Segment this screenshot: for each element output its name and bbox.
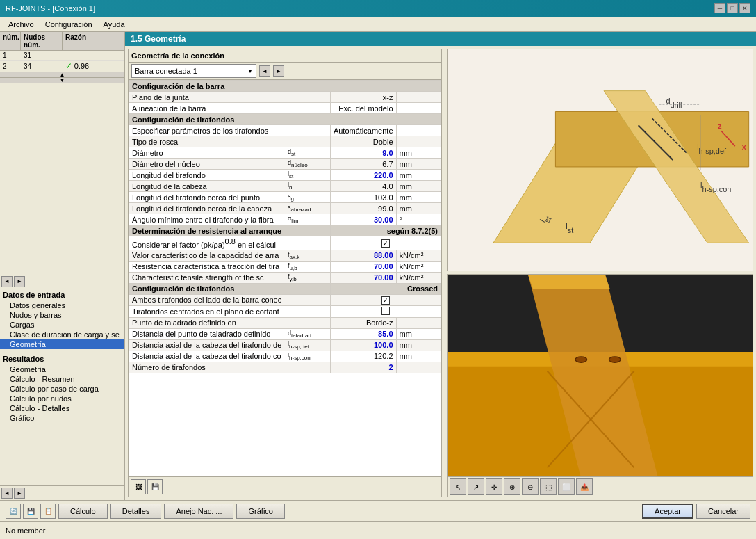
scroll-down[interactable]: ▼ <box>0 78 124 83</box>
nav-arrows: ◄ ► <box>0 275 124 289</box>
connection-bar: Geometría de la conexión <box>129 49 441 63</box>
sidebar-item-clase-duracion[interactable]: Clase de duración de carga y se <box>0 330 124 339</box>
row-longitud-cerca-punto: Longitud del tirafondo cerca del punto s… <box>129 192 441 203</box>
scroll-area: ▼ <box>0 78 124 275</box>
row-valor-caracteristico[interactable]: Valor característico de la capacidad de … <box>129 250 441 261</box>
left-panel: núm. Nudos núm. Razón 1 31 2 34 ✓ 0.96 ▲… <box>0 32 125 500</box>
menu-configuracion[interactable]: Configuración <box>40 19 98 30</box>
sidebar-item-geometria[interactable]: Geometría <box>0 339 124 349</box>
sidebar-item-calculo-nudos[interactable]: Cálculo por nudos <box>0 394 124 403</box>
sidebar-item-cargas[interactable]: Cargas <box>0 320 124 330</box>
title-bar-controls: ─ □ ✕ <box>714 3 750 13</box>
diagram-svg: ddrill lst lh-sp,def lh-sp,con lst <box>448 49 753 271</box>
toolbar-icon-btn1[interactable]: 🔄 <box>6 504 21 519</box>
toolbar-icon-btn2[interactable]: 💾 <box>23 504 38 519</box>
status-text: No member <box>6 526 45 535</box>
row-characteristic-tensile[interactable]: Characteristic tensile strength of the s… <box>129 272 441 283</box>
left-toolbar-btns: 🔄 💾 📋 <box>6 504 56 519</box>
svg-point-22 <box>609 357 621 362</box>
sidebar-item-datos-generales[interactable]: Datos generales <box>0 300 124 310</box>
tree-area: Datos de entrada Datos generales Nudos y… <box>0 289 124 486</box>
row-resistencia-traccion[interactable]: Resistencia característica a tracción de… <box>129 261 441 272</box>
row-plano-junta: Plano de la junta x-z <box>129 92 441 103</box>
aceptar-button[interactable]: Aceptar <box>642 504 693 519</box>
table-row[interactable]: 2 34 ✓ 0.96 <box>0 61 124 72</box>
row-diametro-nucleo: Diámetro del núcleo dnúcleo 6.7 mm <box>129 159 441 170</box>
sidebar-item-grafico[interactable]: Gráfico <box>0 413 124 423</box>
data-table-container: Configuración de la barra Plano de la ju… <box>129 80 441 476</box>
svg-text:x: x <box>742 143 746 151</box>
viz-toolbar: ↖ ↗ ✛ ⊕ ⊖ ⬚ ⬜ 📤 <box>448 476 753 497</box>
row-distancia-axial-con: Distancia axial de la cabeza del tirafon… <box>129 351 441 362</box>
detalles-button[interactable]: Detalles <box>110 504 162 519</box>
viz-btn-select[interactable]: ↖ <box>450 478 466 495</box>
nav-prev[interactable]: ◄ <box>1 276 13 287</box>
toolbar-icon-btn3[interactable]: 📋 <box>40 504 56 519</box>
menu-bar: Archivo Configuración Ayuda <box>0 17 756 32</box>
bottom-toolbar: 🔄 💾 📋 Cálculo Detalles Anejo Nac. ... Gr… <box>0 500 756 521</box>
calculo-button[interactable]: Cálculo <box>58 504 108 519</box>
viz-btn-zoom-out[interactable]: ⊖ <box>522 478 539 495</box>
sidebar-item-calculo-detalles[interactable]: Cálculo - Detalles <box>0 403 124 413</box>
bottom-nav-arrows: ◄ ► <box>0 485 124 500</box>
3d-svg <box>448 275 753 497</box>
section-configuracion-barra: Configuración de la barra <box>129 81 441 92</box>
table-btn2[interactable]: 💾 <box>147 479 163 494</box>
section-title: 1.5 Geometría <box>125 32 756 46</box>
row-angulo-minimo[interactable]: Ángulo mínimo entre el tirafondo y la fi… <box>129 214 441 225</box>
table-header: núm. Nudos núm. Razón <box>0 32 124 51</box>
row2-num: 2 <box>0 61 21 72</box>
checkbox-centrados[interactable] <box>381 307 390 315</box>
viz-btn-fit[interactable]: ⬚ <box>540 478 557 495</box>
dropdown-arrow-icon: ▼ <box>247 68 253 74</box>
viz-btn-export[interactable]: 📤 <box>576 478 593 495</box>
row-distancia-axial-def[interactable]: Distancia axial de la cabeza del tirafon… <box>129 339 441 351</box>
data-panel: Geometría de la conexión Barra conectada… <box>128 49 442 497</box>
sidebar-item-nudos-barras[interactable]: Nudos y barras <box>0 310 124 320</box>
section-determinacion: Determinación de resistencia al arranque… <box>129 225 441 236</box>
anejo-button[interactable]: Anejo Nac. ... <box>164 504 233 519</box>
viz-btn-zoom-in[interactable]: ⊕ <box>504 478 520 495</box>
next-connection[interactable]: ► <box>273 65 284 77</box>
checkbox-ambos[interactable] <box>381 296 390 305</box>
table-row[interactable]: 1 31 <box>0 51 124 61</box>
connection-dropdown[interactable]: Barra conectada 1 ▼ <box>131 64 256 78</box>
close-btn[interactable]: ✕ <box>739 3 750 13</box>
row2-ratio: ✓ 0.96 <box>63 61 124 72</box>
row2-nodes: 34 <box>21 61 63 72</box>
checkbox-factor[interactable] <box>381 239 390 248</box>
row-numero-tirafondos[interactable]: Número de tirafondos 2 <box>129 362 441 373</box>
row-distancia-punto[interactable]: Distancia del punto de taladrado definid… <box>129 328 441 339</box>
viz-btn-move[interactable]: ✛ <box>486 478 502 495</box>
row-longitud-cerca-cabeza: Longitud del tirafondo cerca de la cabez… <box>129 203 441 214</box>
grafico-button[interactable]: Gráfico <box>236 504 284 519</box>
cancelar-button[interactable]: Cancelar <box>696 504 750 519</box>
resultados-label: Resultados <box>0 353 124 364</box>
row-ambos-tirafondos: Ambos tirafondos del lado de la barra co… <box>129 294 441 305</box>
viz-btn-rotate[interactable]: ↗ <box>468 478 484 495</box>
section-config-tirafondos2: Configuración de tirafondos Crossed <box>129 283 441 294</box>
dropdown-bar: Barra conectada 1 ▼ ◄ ► <box>129 63 441 80</box>
row-longitud-tirafondo[interactable]: Longitud del tirafondo lst 220.0 mm <box>129 170 441 181</box>
table-btn1[interactable]: 🖼 <box>131 479 146 494</box>
viz-btn-wireframe[interactable]: ⬜ <box>558 478 575 495</box>
sidebar-item-calculo-caso[interactable]: Cálculo por caso de carga <box>0 384 124 394</box>
prev-connection[interactable]: ◄ <box>259 65 270 77</box>
nav-next[interactable]: ► <box>14 276 25 287</box>
scroll-up[interactable]: ▲ <box>0 72 124 78</box>
sidebar-item-resultados-geometria[interactable]: Geometría <box>0 364 124 374</box>
datos-entrada-label: Datos de entrada <box>0 289 124 300</box>
geometry-table: Configuración de la barra Plano de la ju… <box>129 80 441 373</box>
col-num: núm. <box>0 32 21 50</box>
row-diametro[interactable]: Diámetro dst 9.0 mm <box>129 147 441 159</box>
title-bar-title: RF-JOINTS - [Conexión 1] <box>6 4 95 13</box>
main-layout: núm. Nudos núm. Razón 1 31 2 34 ✓ 0.96 ▲… <box>0 32 756 500</box>
row1-num: 1 <box>0 51 21 60</box>
minimize-btn[interactable]: ─ <box>714 3 725 13</box>
bottom-nav-prev[interactable]: ◄ <box>1 488 13 499</box>
menu-ayuda[interactable]: Ayuda <box>98 19 131 30</box>
maximize-btn[interactable]: □ <box>727 3 738 13</box>
menu-archivo[interactable]: Archivo <box>3 19 40 30</box>
bottom-nav-next[interactable]: ► <box>14 488 25 499</box>
sidebar-item-calculo-resumen[interactable]: Cálculo - Resumen <box>0 374 124 384</box>
